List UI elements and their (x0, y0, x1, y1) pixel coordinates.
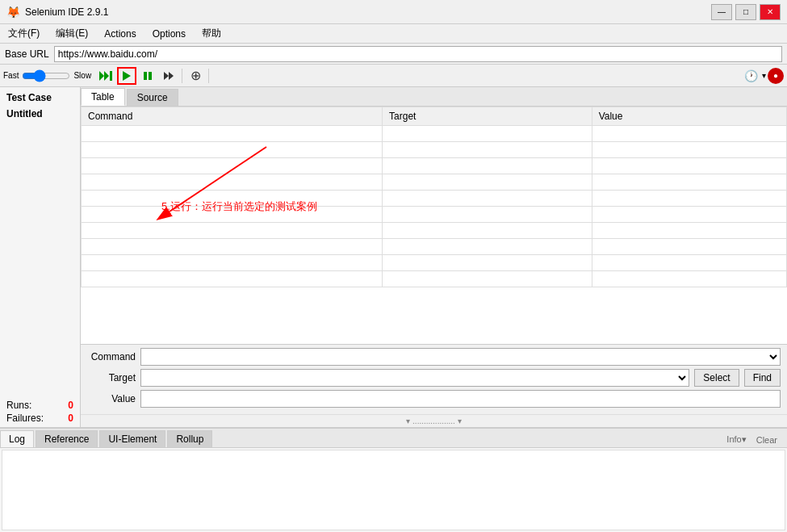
svg-rect-2 (110, 71, 112, 81)
bottom-panel: Log Reference UI-Element Rollup Info▾ Cl… (0, 427, 787, 532)
bottom-tab-log[interactable]: Log (0, 430, 34, 447)
sidebar-stats: Runs: 0 Failures: 0 (0, 396, 80, 427)
pause-button[interactable] (138, 67, 157, 85)
table-row[interactable] (82, 191, 787, 207)
fast-label: Fast (3, 71, 19, 80)
bottom-tab-reference[interactable]: Reference (36, 430, 98, 447)
apply-rollup-button[interactable]: ⊕ (186, 67, 205, 85)
command-data-table: Command Target Value (81, 107, 787, 287)
svg-rect-4 (144, 72, 147, 80)
ctv-form: Command Target Select Find Value (81, 344, 787, 414)
close-button[interactable]: ✕ (760, 4, 781, 20)
menu-edit[interactable]: 编辑(E) (51, 25, 93, 42)
menu-file[interactable]: 文件(F) (3, 25, 44, 42)
col-target: Target (383, 107, 592, 126)
tab-table[interactable]: Table (81, 88, 125, 106)
find-button[interactable]: Find (744, 369, 781, 387)
command-row: Command (87, 348, 781, 366)
svg-marker-0 (99, 71, 104, 81)
toolbar-separator-2 (208, 69, 209, 83)
scroll-hint: ▾ ................... ▾ (81, 414, 787, 427)
minimize-button[interactable]: — (711, 4, 732, 20)
maximize-button[interactable]: □ (735, 4, 756, 20)
toolbar-right: 🕐 ▾ ● (741, 67, 784, 85)
command-table: Command Target Value (81, 107, 787, 344)
col-command: Command (82, 107, 383, 126)
bottom-tab-right: Info▾ Clear (723, 434, 787, 447)
table-row[interactable] (82, 174, 787, 191)
table-row[interactable] (82, 271, 787, 287)
menu-options[interactable]: Options (148, 27, 190, 41)
menu-actions[interactable]: Actions (99, 27, 140, 41)
test-case-label: Test Case (0, 87, 80, 105)
bottom-tab-ui-element[interactable]: UI-Element (99, 430, 165, 447)
svg-rect-5 (149, 72, 152, 80)
runs-row: Runs: 0 (6, 400, 73, 411)
app-icon: 🦊 (6, 6, 20, 19)
run-all-button[interactable] (96, 67, 115, 85)
editor-tabs: Table Source (81, 87, 787, 107)
record-icon: ● (773, 71, 778, 80)
slow-label: Slow (73, 71, 91, 80)
command-select[interactable] (140, 348, 781, 366)
run-all-icon (98, 69, 113, 82)
select-button[interactable]: Select (694, 369, 739, 387)
base-url-label: Base URL (5, 48, 49, 60)
table-row[interactable] (82, 207, 787, 223)
table-row[interactable] (82, 142, 787, 158)
speed-range[interactable] (22, 70, 70, 82)
table-row[interactable] (82, 239, 787, 255)
target-row: Target Select Find (87, 369, 781, 387)
value-input[interactable] (140, 390, 781, 408)
history-button[interactable]: 🕐 (741, 67, 760, 85)
bottom-tab-rollup[interactable]: Rollup (167, 430, 212, 447)
table-row[interactable] (82, 158, 787, 174)
record-button[interactable]: ● (768, 68, 784, 84)
toolbar-separator (182, 69, 182, 83)
clear-button[interactable]: Clear (753, 434, 781, 446)
table-row[interactable] (82, 126, 787, 142)
sidebar: Test Case Untitled Runs: 0 Failures: 0 (0, 87, 81, 427)
run-single-icon (120, 69, 133, 82)
tab-source[interactable]: Source (127, 89, 178, 106)
runs-value: 0 (68, 400, 73, 411)
col-value: Value (592, 107, 786, 126)
svg-marker-3 (123, 71, 131, 81)
step-button[interactable] (159, 67, 178, 85)
failures-value: 0 (68, 413, 73, 424)
speed-slider: Fast Slow (3, 70, 91, 82)
menu-help[interactable]: 帮助 (197, 25, 226, 42)
target-label: Target (87, 372, 136, 383)
failures-row: Failures: 0 (6, 413, 73, 424)
value-label: Value (87, 393, 136, 404)
test-case-untitled[interactable]: Untitled (0, 105, 80, 123)
toolbar: Fast Slow ⊕ 🕐 ▾ (0, 65, 787, 87)
command-rows (82, 126, 787, 287)
svg-marker-6 (164, 72, 169, 80)
pause-icon (142, 70, 153, 82)
target-select[interactable] (140, 369, 689, 387)
base-url-input[interactable] (54, 46, 782, 62)
command-label: Command (87, 351, 136, 362)
step-icon (162, 70, 175, 82)
run-single-button[interactable] (117, 67, 136, 85)
runs-label: Runs: (6, 400, 31, 411)
bottom-tabs: Log Reference UI-Element Rollup Info▾ Cl… (0, 429, 787, 448)
svg-marker-7 (169, 72, 174, 80)
editor-area: Table Source Command Target Value (81, 87, 787, 427)
main-layout: Test Case Untitled Runs: 0 Failures: 0 T… (0, 87, 787, 427)
title-bar: 🦊 Selenium IDE 2.9.1 — □ ✕ (0, 0, 787, 24)
scroll-indicator: ▾ ................... ▾ (406, 417, 461, 425)
url-bar: Base URL (0, 44, 787, 65)
test-case-section: Test Case Untitled (0, 87, 80, 123)
window-controls: — □ ✕ (711, 4, 781, 20)
info-dropdown[interactable]: Info▾ (723, 434, 749, 446)
table-row[interactable] (82, 223, 787, 239)
svg-marker-1 (104, 71, 109, 81)
table-row[interactable] (82, 255, 787, 271)
bottom-content (2, 450, 785, 530)
value-row: Value (87, 390, 781, 408)
title-text: Selenium IDE 2.9.1 (25, 6, 711, 18)
dropdown-arrow[interactable]: ▾ (762, 71, 766, 80)
failures-label: Failures: (6, 413, 44, 424)
